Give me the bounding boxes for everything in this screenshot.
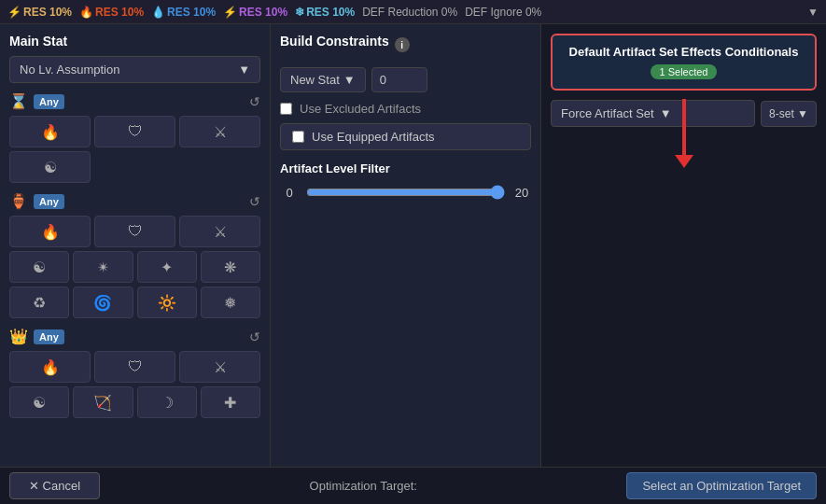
- hourglass-reset-button[interactable]: ↺: [249, 94, 260, 109]
- hourglass-shield-btn[interactable]: 🛡: [94, 116, 175, 147]
- goblet-fire-btn[interactable]: 🔥: [9, 216, 91, 247]
- goblet-snow-btn[interactable]: ❅: [201, 287, 260, 318]
- cancel-label: ✕ Cancel: [29, 479, 80, 493]
- crown-extra-grid: ☯ 🏹 ☽ ✚: [9, 386, 260, 418]
- force-artifact-set-button[interactable]: Force Artifact Set ▼: [551, 100, 755, 127]
- hourglass-stat-row: ⌛ Any ↺ 🔥 🛡 ⚔ ☯: [9, 92, 260, 183]
- force-artifact-chevron-icon: ▼: [660, 106, 672, 120]
- right-panel: Default Artifact Set Effects Conditional…: [541, 24, 826, 467]
- goblet-stat-row: 🏺 Any ↺ 🔥 🛡 ⚔ ☯ ✴ ✦ ❋ ♻ 🌀 🔆 ❅: [9, 192, 260, 318]
- def-ignore-stat: DEF Ignore 0%: [465, 6, 541, 19]
- new-stat-button[interactable]: New Stat ▼: [280, 67, 366, 92]
- goblet-extra-grid2: ♻ 🌀 🔆 ❅: [9, 287, 260, 318]
- set-count-chevron-icon: ▼: [797, 107, 808, 120]
- goblet-icon-grid: 🔥 🛡 ⚔: [9, 216, 260, 247]
- slider-min-value: 0: [280, 186, 299, 200]
- crown-shield-btn[interactable]: 🛡: [94, 351, 175, 383]
- artifact-level-slider-row: 0 20: [280, 185, 531, 200]
- def-reduction-stat: DEF Reduction 0%: [362, 6, 457, 19]
- level-assumption-dropdown[interactable]: No Lv. Assumption ▼: [9, 56, 260, 83]
- crown-sword-btn[interactable]: ⚔: [179, 351, 260, 383]
- artifact-filter-title: Artifact Level Filter: [280, 161, 531, 175]
- topbar-chevron-icon[interactable]: ▼: [807, 6, 819, 19]
- crown-any-badge[interactable]: Any: [34, 329, 64, 344]
- goblet-star-btn[interactable]: ✴: [73, 251, 133, 283]
- build-constraints-info-icon[interactable]: i: [395, 37, 410, 52]
- new-stat-row: New Stat ▼: [280, 67, 531, 92]
- hourglass-any-badge[interactable]: Any: [34, 94, 64, 109]
- goblet-cycle-btn[interactable]: ♻: [9, 287, 69, 318]
- main-stat-panel: Main Stat No Lv. Assumption ▼ ⌛ Any ↺ 🔥 …: [0, 24, 271, 467]
- goblet-yin-yang-btn[interactable]: ☯: [9, 251, 69, 283]
- goblet-sword-btn[interactable]: ⚔: [179, 216, 260, 247]
- electro-res-stat: ⚡ RES 10%: [223, 6, 287, 19]
- crown-stat-row: 👑 Any ↺ 🔥 🛡 ⚔ ☯ 🏹 ☽ ✚: [9, 328, 260, 418]
- use-equipped-button[interactable]: Use Equipped Artifacts: [280, 123, 531, 150]
- cancel-button[interactable]: ✕ Cancel: [9, 472, 100, 499]
- goblet-extra-grid: ☯ ✴ ✦ ❋: [9, 251, 260, 283]
- arrow-annotation: [675, 99, 693, 168]
- use-equipped-checkbox[interactable]: [292, 131, 304, 143]
- top-stats-bar: ⚡ RES 10% 🔥 RES 10% 💧 RES 10% ⚡ RES 10% …: [0, 0, 826, 24]
- crown-cross-btn[interactable]: ✚: [201, 386, 260, 418]
- hourglass-icon-grid: 🔥 🛡 ⚔: [9, 116, 260, 147]
- artifact-set-effects-box[interactable]: Default Artifact Set Effects Conditional…: [551, 34, 817, 91]
- use-equipped-row: Use Equipped Artifacts: [280, 123, 531, 150]
- crown-fire-btn[interactable]: 🔥: [9, 351, 91, 383]
- artifact-set-title: Default Artifact Set Effects Conditional…: [566, 45, 802, 59]
- level-assumption-label: No Lv. Assumption: [20, 63, 119, 77]
- goblet-reset-button[interactable]: ↺: [249, 194, 260, 209]
- slider-max-value: 20: [512, 186, 531, 200]
- dropdown-chevron-icon: ▼: [238, 63, 250, 77]
- new-stat-chevron-icon: ▼: [343, 73, 356, 87]
- arrow-head: [675, 155, 693, 168]
- select-optimization-button[interactable]: Select an Optimization Target: [626, 472, 817, 499]
- hourglass-sword-btn[interactable]: ⚔: [179, 116, 260, 147]
- goblet-shield-btn[interactable]: 🛡: [94, 216, 175, 247]
- goblet-flower-btn[interactable]: ❋: [201, 251, 260, 283]
- crown-icon: 👑: [9, 328, 28, 345]
- new-stat-label: New Stat: [290, 73, 340, 87]
- use-equipped-label: Use Equipped Artifacts: [312, 130, 435, 144]
- set-count-label: 8-set: [769, 107, 794, 120]
- pyro-res-stat: 🔥 RES 10%: [79, 6, 144, 19]
- build-constraints-title: Build Constraints: [280, 34, 389, 49]
- force-artifact-label: Force Artifact Set: [561, 106, 654, 120]
- main-stat-title: Main Stat: [9, 34, 260, 49]
- crown-bow-btn[interactable]: 🏹: [73, 386, 133, 418]
- build-constraints-panel: Build Constraints i New Stat ▼ Use Exclu…: [271, 24, 541, 467]
- set-count-dropdown[interactable]: 8-set ▼: [761, 101, 817, 127]
- hourglass-icon: ⌛: [9, 92, 28, 110]
- goblet-swirl-btn[interactable]: 🌀: [73, 287, 133, 318]
- crown-icon-grid: 🔥 🛡 ⚔: [9, 351, 260, 383]
- bottom-bar: ✕ Cancel Optimization Target: Select an …: [0, 467, 826, 504]
- artifact-level-slider[interactable]: [306, 185, 505, 200]
- cryo-res-stat: ❄ RES 10%: [295, 6, 355, 19]
- crown-yin-yang-btn[interactable]: ☯: [9, 386, 69, 418]
- goblet-sun-btn[interactable]: 🔆: [137, 287, 197, 318]
- arrow-shaft: [682, 99, 686, 155]
- artifact-filter-section: Artifact Level Filter 0 20: [280, 161, 531, 200]
- crown-reset-button[interactable]: ↺: [249, 329, 260, 344]
- crown-moon-btn[interactable]: ☽: [137, 386, 197, 418]
- goblet-any-badge[interactable]: Any: [34, 194, 64, 209]
- build-constraints-header: Build Constraints i: [280, 34, 531, 56]
- hourglass-extra-grid: ☯: [9, 151, 260, 183]
- use-excluded-label: Use Excluded Artifacts: [300, 102, 421, 116]
- hourglass-yin-yang-btn[interactable]: ☯: [9, 151, 91, 183]
- phys-res-stat: ⚡ RES 10%: [7, 6, 72, 19]
- use-excluded-checkbox[interactable]: [280, 103, 292, 115]
- artifact-set-badge: 1 Selected: [651, 64, 718, 79]
- goblet-icon: 🏺: [9, 192, 28, 210]
- hydro-res-stat: 💧 RES 10%: [151, 6, 216, 19]
- new-stat-value-input[interactable]: [371, 67, 427, 92]
- optimization-target-label: Optimization Target:: [310, 479, 417, 493]
- use-excluded-row: Use Excluded Artifacts: [280, 102, 531, 116]
- select-optimization-label: Select an Optimization Target: [642, 479, 801, 493]
- hourglass-fire-btn[interactable]: 🔥: [9, 116, 91, 147]
- goblet-diamond-btn[interactable]: ✦: [137, 251, 197, 283]
